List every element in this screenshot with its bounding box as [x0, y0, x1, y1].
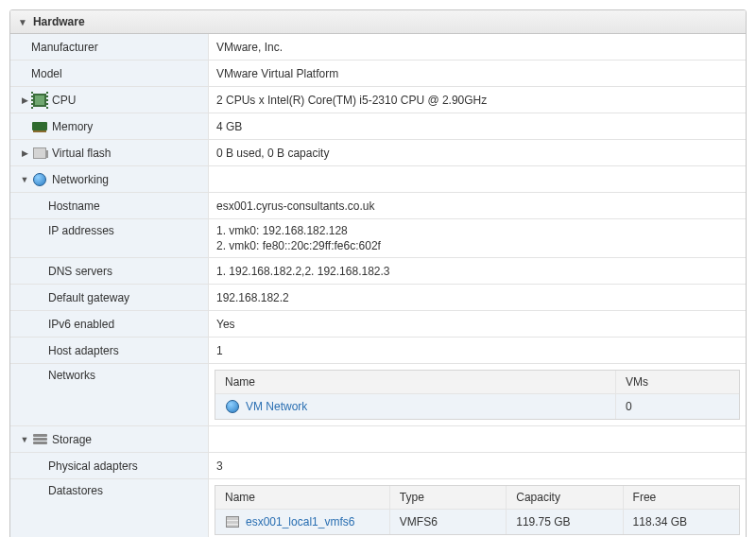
value-dns-servers: 1. 192.168.182.2,2. 192.168.182.3 — [209, 258, 746, 284]
row-cpu[interactable]: ▶ CPU 2 CPUs x Intel(R) Core(TM) i5-2310… — [10, 87, 746, 113]
row-host-adapters: Host adapters 1 — [10, 338, 746, 364]
datastores-table: Name Type Capacity Free esx001_local1_vm… — [215, 485, 740, 535]
row-memory: Memory 4 GB — [10, 113, 746, 140]
label-storage: Storage — [52, 433, 92, 446]
label-default-gateway: Default gateway — [10, 285, 209, 310]
value-host-adapters: 1 — [209, 338, 746, 363]
value-manufacturer: VMware, Inc. — [209, 34, 746, 60]
value-memory: 4 GB — [209, 113, 746, 139]
label-manufacturer: Manufacturer — [10, 34, 209, 60]
network-name-link[interactable]: VM Network — [246, 400, 307, 413]
panel-title: Hardware — [33, 15, 85, 28]
label-networks: Networks — [10, 364, 209, 425]
network-icon — [32, 172, 47, 187]
expand-icon[interactable]: ▶ — [20, 148, 29, 158]
row-datastores: Datastores Name Type Capacity Free esx00… — [10, 479, 746, 537]
cell-free: 118.34 GB — [624, 510, 739, 534]
label-virtual-flash: Virtual flash — [52, 147, 111, 160]
row-ip-addresses: IP addresses 1. vmk0: 192.168.182.128 2.… — [10, 219, 746, 258]
col-name[interactable]: Name — [215, 486, 390, 509]
row-manufacturer: Manufacturer VMware, Inc. — [10, 34, 746, 61]
cell-capacity: 119.75 GB — [507, 510, 623, 534]
collapse-icon[interactable]: ▼ — [20, 175, 29, 184]
value-ip-addresses: 1. vmk0: 192.168.182.128 2. vmk0: fe80::… — [209, 219, 746, 257]
label-datastores: Datastores — [10, 479, 209, 537]
value-physical-adapters: 3 — [209, 453, 746, 478]
label-networking: Networking — [52, 173, 109, 186]
cpu-icon — [32, 93, 47, 108]
label-model: Model — [10, 61, 209, 86]
value-hostname: esx001.cyrus-consultants.co.uk — [209, 193, 746, 218]
row-virtual-flash[interactable]: ▶ Virtual flash 0 B used, 0 B capacity — [10, 140, 746, 166]
storage-icon — [32, 432, 47, 447]
cell-vms: 0 — [616, 394, 739, 419]
label-cpu: CPU — [52, 94, 76, 107]
hardware-panel: ▼ Hardware Manufacturer VMware, Inc. Mod… — [9, 9, 747, 537]
row-ipv6-enabled: IPv6 enabled Yes — [10, 311, 746, 338]
collapse-icon[interactable]: ▼ — [18, 17, 27, 27]
collapse-icon[interactable]: ▼ — [20, 435, 29, 444]
row-dns-servers: DNS servers 1. 192.168.182.2,2. 192.168.… — [10, 258, 746, 285]
col-type[interactable]: Type — [390, 486, 507, 509]
label-physical-adapters: Physical adapters — [10, 453, 209, 478]
networks-table: Name VMs VM Network 0 — [215, 370, 740, 420]
col-vms[interactable]: VMs — [616, 371, 739, 393]
row-networks: Networks Name VMs VM Network 0 — [10, 364, 746, 426]
label-hostname: Hostname — [10, 193, 209, 218]
row-physical-adapters: Physical adapters 3 — [10, 453, 746, 479]
label-memory: Memory — [52, 120, 93, 133]
cell-type: VMFS6 — [390, 510, 507, 534]
row-storage[interactable]: ▼ Storage — [10, 426, 746, 453]
col-free[interactable]: Free — [624, 486, 739, 509]
value-virtual-flash: 0 B used, 0 B capacity — [209, 140, 746, 165]
label-dns-servers: DNS servers — [10, 258, 209, 284]
col-name[interactable]: Name — [215, 371, 616, 393]
value-ipv6-enabled: Yes — [209, 311, 746, 337]
table-header-row: Name VMs — [215, 371, 739, 394]
table-row[interactable]: esx001_local1_vmfs6 VMFS6 119.75 GB 118.… — [215, 510, 739, 534]
label-host-adapters: Host adapters — [10, 338, 209, 363]
row-model: Model VMware Virtual Platform — [10, 61, 746, 87]
row-hostname: Hostname esx001.cyrus-consultants.co.uk — [10, 193, 746, 219]
label-ip-addresses: IP addresses — [10, 219, 209, 257]
expand-icon[interactable]: ▶ — [20, 95, 29, 105]
datastore-icon — [225, 514, 240, 529]
table-header-row: Name Type Capacity Free — [215, 486, 739, 510]
row-default-gateway: Default gateway 192.168.182.2 — [10, 285, 746, 311]
col-capacity[interactable]: Capacity — [507, 486, 623, 509]
label-ipv6-enabled: IPv6 enabled — [10, 311, 209, 337]
virtual-flash-icon — [32, 146, 47, 161]
network-icon — [225, 399, 240, 414]
value-model: VMware Virtual Platform — [209, 61, 746, 86]
table-row[interactable]: VM Network 0 — [215, 394, 739, 419]
panel-header[interactable]: ▼ Hardware — [10, 10, 746, 34]
datastore-name-link[interactable]: esx001_local1_vmfs6 — [246, 515, 354, 528]
row-networking[interactable]: ▼ Networking — [10, 166, 746, 193]
value-default-gateway: 192.168.182.2 — [209, 285, 746, 310]
value-cpu: 2 CPUs x Intel(R) Core(TM) i5-2310 CPU @… — [209, 87, 746, 113]
memory-icon — [32, 119, 47, 134]
